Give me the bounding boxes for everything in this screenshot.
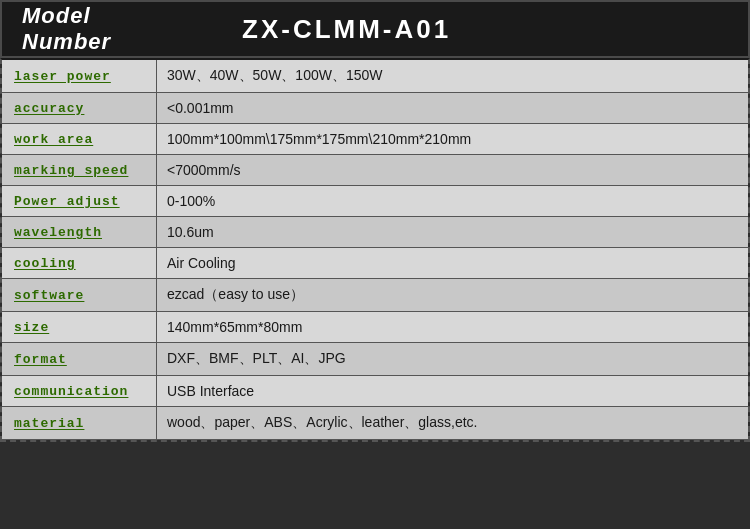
spec-value: Air Cooling [157,248,748,278]
spec-value: 0-100% [157,186,748,216]
table-row: laser power30W、40W、50W、100W、150W [2,60,748,93]
spec-label: material [2,407,157,439]
spec-value: 10.6um [157,217,748,247]
table-row: marking speed<7000mm/s [2,155,748,186]
model-label: Model Number [22,3,182,55]
table-row: wavelength10.6um [2,217,748,248]
table-row: communicationUSB Interface [2,376,748,407]
table-row: size140mm*65mm*80mm [2,312,748,343]
spec-value: USB Interface [157,376,748,406]
spec-label: size [2,312,157,342]
spec-value: 140mm*65mm*80mm [157,312,748,342]
table-row: softwareezcad（easy to use） [2,279,748,312]
spec-value: 30W、40W、50W、100W、150W [157,60,748,92]
product-specs-container: Model Number ZX-CLMM-A01 laser power30W、… [0,0,750,529]
table-row: coolingAir Cooling [2,248,748,279]
spec-label: cooling [2,248,157,278]
spec-value: <7000mm/s [157,155,748,185]
spec-value: DXF、BMF、PLT、AI、JPG [157,343,748,375]
spec-label: accuracy [2,93,157,123]
specs-table: laser power30W、40W、50W、100W、150Waccuracy… [0,58,750,442]
spec-label: work area [2,124,157,154]
spec-label: wavelength [2,217,157,247]
spec-label: marking speed [2,155,157,185]
model-header: Model Number ZX-CLMM-A01 [0,0,750,58]
spec-label: communication [2,376,157,406]
spec-label: laser power [2,60,157,92]
spec-label: Power adjust [2,186,157,216]
spec-value: wood、paper、ABS、Acrylic、leather、glass,etc… [157,407,748,439]
spec-value: ezcad（easy to use） [157,279,748,311]
model-value: ZX-CLMM-A01 [242,14,451,45]
table-row: work area100mm*100mm\175mm*175mm\210mm*2… [2,124,748,155]
table-row: formatDXF、BMF、PLT、AI、JPG [2,343,748,376]
spec-value: <0.001mm [157,93,748,123]
table-row: accuracy<0.001mm [2,93,748,124]
spec-label: format [2,343,157,375]
spec-value: 100mm*100mm\175mm*175mm\210mm*210mm [157,124,748,154]
spec-label: software [2,279,157,311]
table-row: Power adjust0-100% [2,186,748,217]
table-row: materialwood、paper、ABS、Acrylic、leather、g… [2,407,748,440]
